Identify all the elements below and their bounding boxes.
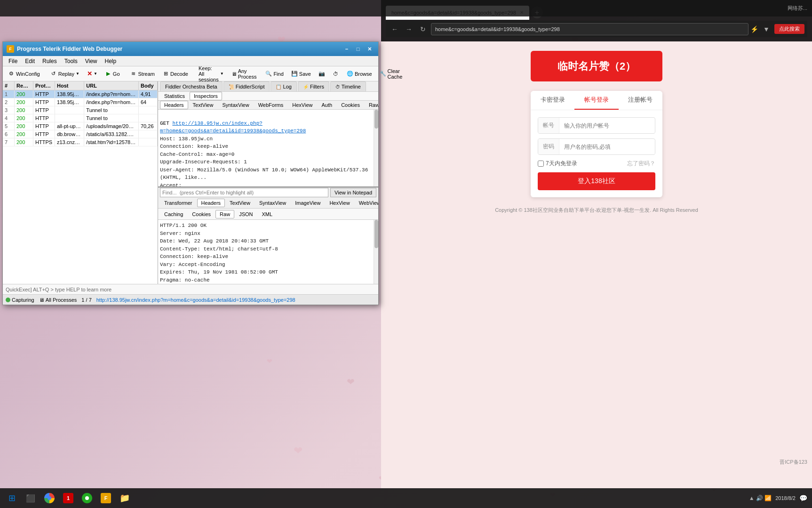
tab-statistics[interactable]: Statistics (160, 92, 189, 100)
request-scrollbar[interactable] (374, 110, 378, 186)
login-tab-card[interactable]: 卡密登录 (531, 91, 574, 110)
req-tab-headers[interactable]: Headers (160, 101, 188, 109)
decode-icon: ⊞ (162, 71, 169, 77)
req-tab-webforms[interactable]: WebForms (254, 101, 288, 109)
request-inspector-tabs: Headers TextView SyntaxView WebForms Hex… (158, 101, 378, 110)
request-url-link[interactable]: http://138.95jw.cn/index.php?m=home&c=go… (160, 121, 306, 134)
timer-icon: ⏱ (333, 71, 339, 77)
forgot-password-link[interactable]: 忘了密码？ (627, 160, 655, 168)
process-icon: 🖥 (231, 71, 237, 77)
response-scrollbar[interactable] (374, 220, 378, 284)
taskbar-start-button[interactable]: ⊞ (3, 490, 20, 507)
browser-back-button[interactable]: ← (389, 23, 401, 35)
req-tab-cookies[interactable]: Cookies (337, 101, 364, 109)
session-row-4[interactable]: 4 200 HTTP Tunnel to (3, 114, 158, 122)
session-row-2[interactable]: 2 200 HTTP 138.95jw.cn /index.php?m=home… (3, 98, 158, 106)
resp-body-xml[interactable]: XML (257, 210, 277, 218)
screenshot-icon: 📷 (318, 71, 325, 77)
browser-refresh-button[interactable]: ↻ (417, 23, 429, 35)
browser-expand-button[interactable]: ▼ (760, 23, 772, 35)
col-result: Result (15, 81, 33, 90)
quickexec-text: QuickExec] ALT+Q > type HELP to learn mo… (6, 287, 111, 292)
screenshot-button[interactable]: 📷 (315, 68, 328, 80)
footer-copyright: Copyright © 138社区空间业务自助下单平台-欢迎您下单-视您一生发.… (495, 207, 698, 213)
tab-inspectors[interactable]: Inspectors (190, 92, 222, 100)
cell-body (139, 114, 158, 122)
session-row-6[interactable]: 6 200 HTTP db.browser.360.cn /static/a/6… (3, 130, 158, 138)
resp-tab-transformer[interactable]: Transformer (160, 199, 197, 207)
find-button[interactable]: 🔍 Find (262, 68, 287, 80)
session-row-1[interactable]: 1 200 HTTP 138.95jw.cn /index.php?m=home… (3, 90, 158, 98)
stream-button[interactable]: ≋ Stream (127, 68, 158, 80)
resp-body-json[interactable]: JSON (235, 210, 257, 218)
top-bar-label: 网络苏... (788, 5, 807, 12)
tab-orchestra[interactable]: Fiddler Orchestra Beta (160, 81, 223, 91)
session-row-7[interactable]: 7 200 HTTPS z13.cnzz.com /stat.htm?id=12… (3, 138, 158, 146)
login-submit-button[interactable]: 登入138社区 (538, 172, 655, 190)
remember-checkbox-label[interactable]: 7天内免登录 (538, 160, 577, 168)
maximize-button[interactable]: □ (353, 44, 363, 54)
cell-host: 138.95jw.cn (55, 90, 84, 98)
password-input[interactable] (559, 140, 655, 154)
req-tab-raw[interactable]: Raw (365, 101, 378, 109)
browser-url-input[interactable] (431, 23, 748, 35)
timer-button[interactable]: ⏱ (329, 68, 342, 80)
replay-label: Replay (58, 71, 74, 77)
chrome-icon (44, 493, 55, 503)
taskbar-task-view[interactable]: ⬛ (22, 490, 39, 507)
remove-button[interactable]: ✕ ▼ (84, 68, 101, 80)
remember-checkbox[interactable] (538, 161, 544, 167)
menu-view[interactable]: View (81, 57, 101, 65)
resp-tab-textview[interactable]: TextView (225, 199, 255, 207)
resp-tab-webview[interactable]: WebView (355, 199, 378, 207)
replay-button[interactable]: ↺ Replay ▼ (47, 68, 83, 80)
session-row-5[interactable]: 5 200 HTTP all-pt-upyun-cdn.95... /uploa… (3, 122, 158, 130)
login-tab-register[interactable]: 注册帐号 (619, 91, 662, 110)
menu-help[interactable]: Help (101, 57, 120, 65)
request-find-input[interactable] (160, 188, 328, 197)
taskbar-folder[interactable]: 📁 (116, 490, 133, 507)
resp-tab-headers[interactable]: Headers (197, 199, 225, 207)
req-tab-auth[interactable]: Auth (318, 101, 337, 109)
req-tab-hexview[interactable]: HexView (288, 101, 317, 109)
login-tab-account[interactable]: 帐号登录 (574, 91, 618, 110)
resp-body-caching[interactable]: Caching (160, 210, 187, 218)
notification-icon[interactable]: 💬 (799, 494, 807, 502)
browse-button[interactable]: 🌐 Browse (343, 68, 375, 80)
req-tab-textview[interactable]: TextView (189, 101, 218, 109)
winconfig-button[interactable]: ⚙ WinConfig (5, 68, 43, 80)
keep-sessions-button[interactable]: Keep: All sessions ▼ (195, 68, 227, 80)
tab-filters[interactable]: ⚡ Filters (298, 81, 329, 91)
menu-tools[interactable]: Tools (61, 57, 81, 65)
response-section: Transformer Headers TextView SyntaxView … (158, 197, 378, 284)
menu-file[interactable]: File (5, 57, 21, 65)
browser-search-button[interactable]: 点此搜索 (774, 24, 804, 34)
menu-rules[interactable]: Rules (39, 57, 61, 65)
request-view-notepad-button[interactable]: View in Notepad (330, 188, 376, 197)
resp-tab-imageview[interactable]: ImageView (291, 199, 325, 207)
tab-timeline[interactable]: ⏱ Timeline (330, 81, 366, 91)
clear-cache-button[interactable]: 🔧 Clear Cache (376, 68, 406, 80)
browser-forward-button[interactable]: → (403, 23, 415, 35)
close-button[interactable]: ✕ (364, 44, 374, 54)
req-tab-syntaxview[interactable]: SyntaxView (218, 101, 253, 109)
decode-button[interactable]: ⊞ Decode (159, 68, 191, 80)
menu-edit[interactable]: Edit (21, 57, 39, 65)
minimize-button[interactable]: − (342, 44, 352, 54)
taskbar-app-red[interactable]: 1 (60, 490, 77, 507)
resp-body-cookies[interactable]: Cookies (188, 210, 215, 218)
tab-fiddlerscript[interactable]: 📜 FiddlerScript (223, 81, 270, 91)
request-text: GET http://138.95jw.cn/index.php?m=home&… (160, 112, 376, 187)
resp-tab-syntaxview[interactable]: SyntaxView (255, 199, 290, 207)
session-row-3[interactable]: 3 200 HTTP Tunnel to (3, 106, 158, 114)
resp-body-raw[interactable]: Raw (215, 210, 234, 218)
taskbar-app-green[interactable] (79, 490, 96, 507)
username-input[interactable] (559, 119, 655, 133)
resp-tab-hexview[interactable]: HexView (325, 199, 354, 207)
taskbar-fiddler[interactable]: F (97, 490, 114, 507)
taskbar-chrome[interactable] (41, 490, 58, 507)
save-button[interactable]: 💾 Save (288, 68, 314, 80)
any-process-button[interactable]: 🖥 Any Process (228, 68, 262, 80)
go-button[interactable]: ▶ Go (102, 68, 123, 80)
tab-log[interactable]: 📋 Log (271, 81, 296, 91)
